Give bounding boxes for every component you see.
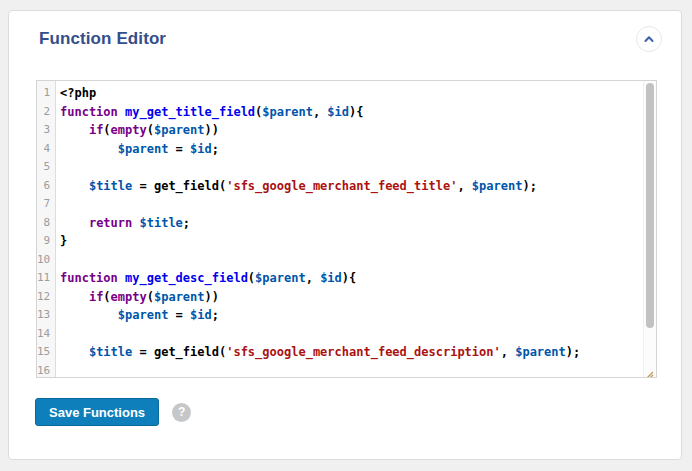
- editor-scrollbar: [643, 81, 656, 377]
- code-area[interactable]: <?phpfunction my_get_title_field($parent…: [60, 84, 642, 377]
- actions-row: Save Functions ?: [35, 398, 191, 426]
- collapse-toggle-button[interactable]: [636, 26, 662, 52]
- resize-handle-icon[interactable]: [644, 366, 654, 376]
- help-icon[interactable]: ?: [172, 403, 191, 422]
- page-background: { "panel": { "title": "Function Editor" …: [0, 0, 692, 471]
- panel-title: Function Editor: [39, 29, 166, 49]
- scrollbar-thumb[interactable]: [646, 83, 654, 328]
- save-functions-button[interactable]: Save Functions: [35, 398, 159, 426]
- line-number-gutter: 12345678910111213141516: [37, 81, 56, 377]
- code-editor: 12345678910111213141516 <?phpfunction my…: [36, 80, 657, 378]
- function-editor-panel: Function Editor 12345678910111213141516 …: [8, 10, 682, 460]
- chevron-up-icon: [642, 32, 656, 46]
